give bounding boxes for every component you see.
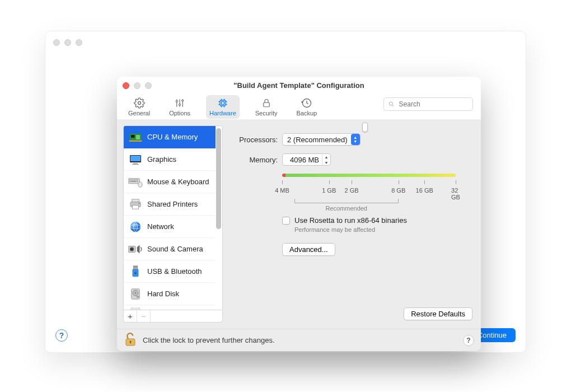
toolbar-label: General xyxy=(128,110,150,116)
svg-rect-8 xyxy=(221,102,224,105)
sidebar-item-network[interactable]: Network xyxy=(124,216,216,238)
unlock-icon[interactable] xyxy=(124,332,137,348)
sidebar-item-label: Network xyxy=(147,222,174,231)
svg-rect-42 xyxy=(133,205,139,208)
svg-rect-23 xyxy=(131,135,134,138)
memory-label: Memory: xyxy=(230,156,282,164)
tick-label: 4 MB xyxy=(275,187,289,194)
cpu-memory-panel: Processors: 2 (Recommended) ▲▼ Memory: 4… xyxy=(230,125,475,323)
sidebar-item-shared-printers[interactable]: Shared Printers xyxy=(124,193,216,216)
tick-label: 1 GB xyxy=(322,187,336,194)
svg-rect-40 xyxy=(132,199,139,202)
toolbar-security[interactable]: Security xyxy=(252,95,281,119)
svg-rect-29 xyxy=(128,178,139,183)
toolbar-backup[interactable]: Backup xyxy=(293,95,321,119)
sidebar-item-usb-bluetooth[interactable]: USB & Bluetooth xyxy=(124,260,216,283)
processors-label: Processors: xyxy=(230,136,282,144)
svg-rect-30 xyxy=(129,179,130,180)
lock-text: Click the lock to prevent further change… xyxy=(143,336,275,344)
sidebar-item-cpu-memory[interactable]: CPU & Memory xyxy=(124,126,216,148)
sidebar-item-label: CPU & Memory xyxy=(147,133,198,141)
minimize-dot[interactable] xyxy=(64,39,71,46)
sidebar-add-remove: + − xyxy=(123,310,223,323)
toolbar: General Options Hardware Security Backup xyxy=(117,92,481,122)
svg-rect-35 xyxy=(137,179,138,180)
close-dot[interactable] xyxy=(53,39,60,46)
svg-rect-37 xyxy=(131,181,137,182)
search-field[interactable] xyxy=(383,97,473,111)
cd-icon xyxy=(128,307,143,310)
svg-rect-26 xyxy=(130,156,141,161)
search-icon xyxy=(389,101,395,108)
svg-rect-33 xyxy=(134,179,135,180)
tick-label: 8 GB xyxy=(391,187,405,194)
toolbar-label: Backup xyxy=(297,110,317,116)
svg-rect-34 xyxy=(135,179,137,180)
sidebar-item-hard-disk[interactable]: Hard Disk xyxy=(124,283,216,305)
memory-stepper[interactable]: 4096 MB ▲▼ xyxy=(282,153,331,166)
sidebar-item-mouse-keyboard[interactable]: Mouse & Keyboard xyxy=(124,171,216,193)
toolbar-label: Security xyxy=(255,110,278,116)
svg-rect-32 xyxy=(132,179,133,180)
hardware-sidebar: CPU & Memory Graphics Mouse & Keyboard xyxy=(123,125,223,310)
toolbar-general[interactable]: General xyxy=(125,95,153,119)
display-icon xyxy=(128,153,143,166)
sidebar-item-sound-camera[interactable]: Sound & Camera xyxy=(124,238,216,260)
add-device-button[interactable]: + xyxy=(124,310,137,322)
svg-rect-27 xyxy=(133,163,138,164)
rosetta-checkbox[interactable] xyxy=(282,217,290,225)
zoom-dot[interactable] xyxy=(76,39,82,46)
advanced-button[interactable]: Advanced... xyxy=(282,243,335,256)
panel-help-button[interactable]: ? xyxy=(463,335,474,346)
memory-slider[interactable]: 4 MB 1 GB 2 GB 8 GB 16 GB 32 GB Recommen… xyxy=(282,174,456,198)
svg-rect-62 xyxy=(130,342,130,344)
svg-point-6 xyxy=(182,100,184,101)
help-button[interactable]: ? xyxy=(55,329,68,342)
sidebar-item-partial[interactable] xyxy=(124,305,216,310)
tick-label: 32 GB xyxy=(451,187,460,200)
svg-point-5 xyxy=(179,104,181,106)
svg-rect-38 xyxy=(137,181,138,182)
lock-icon xyxy=(260,97,273,109)
hard-disk-icon xyxy=(128,288,143,300)
svg-rect-28 xyxy=(132,164,139,165)
sidebar-scrollbar[interactable] xyxy=(216,127,221,309)
restore-defaults-button[interactable]: Restore Defaults xyxy=(404,307,472,320)
svg-point-58 xyxy=(130,307,141,310)
toolbar-label: Hardware xyxy=(209,110,236,116)
rosetta-label: Use Rosetta to run x86-64 binaries xyxy=(294,216,407,225)
window-title: "Build Agent Template" Configuration xyxy=(117,81,481,90)
svg-rect-24 xyxy=(136,135,140,139)
svg-rect-51 xyxy=(135,266,136,267)
memory-value: 4096 MB xyxy=(287,156,322,164)
sidebar-item-label: Sound & Camera xyxy=(147,245,203,253)
toolbar-options[interactable]: Options xyxy=(166,95,194,119)
stepper-buttons[interactable]: ▲▼ xyxy=(322,154,330,165)
toolbar-label: Options xyxy=(169,110,190,116)
gear-icon xyxy=(133,97,146,109)
svg-point-0 xyxy=(138,102,141,105)
svg-rect-57 xyxy=(137,296,139,297)
sidebar-item-graphics[interactable]: Graphics xyxy=(124,148,216,171)
svg-rect-7 xyxy=(220,100,226,106)
svg-point-48 xyxy=(131,248,133,250)
chip-icon xyxy=(217,97,229,109)
search-input[interactable] xyxy=(398,100,468,109)
sidebar-item-label: Graphics xyxy=(147,155,176,164)
svg-point-4 xyxy=(176,101,177,102)
svg-point-43 xyxy=(138,203,139,204)
backup-icon xyxy=(301,97,313,109)
cpu-icon xyxy=(128,131,143,143)
svg-point-44 xyxy=(130,221,141,231)
sidebar-item-label: Mouse & Keyboard xyxy=(147,178,209,186)
svg-rect-22 xyxy=(129,140,142,141)
printer-icon xyxy=(128,198,143,211)
network-icon xyxy=(128,221,143,233)
slider-thumb[interactable] xyxy=(362,122,368,132)
processors-select[interactable]: 2 (Recommended) ▲▼ xyxy=(282,133,361,146)
svg-rect-31 xyxy=(131,179,132,180)
toolbar-hardware[interactable]: Hardware xyxy=(206,95,240,119)
configuration-window: "Build Agent Template" Configuration Gen… xyxy=(117,77,481,351)
remove-device-button: − xyxy=(137,310,151,322)
tick-label: 16 GB xyxy=(416,187,433,194)
